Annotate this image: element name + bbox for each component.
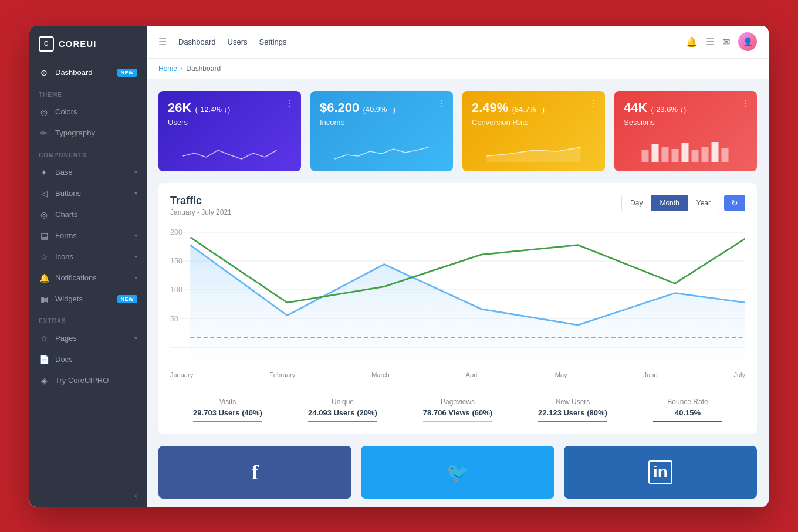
pages-icon: ☆: [39, 334, 49, 343]
user-avatar[interactable]: 👤: [738, 32, 757, 51]
sidebar-nav: ⊙ Dashboard NEW THEME ◎ Colors ✏ Typogra…: [29, 62, 147, 484]
svg-text:100: 100: [170, 286, 182, 294]
sidebar-item-buttons[interactable]: ◁ Buttons ▾: [29, 183, 147, 204]
forms-icon: ▤: [39, 231, 49, 240]
linkedin-icon: in: [648, 460, 672, 484]
twitter-icon: 🐦: [446, 461, 469, 483]
stat-newusers: New Users 22.123 Users (80%): [515, 398, 630, 422]
sidebar-item-notifications[interactable]: 🔔 Notifications ▾: [29, 267, 147, 289]
buttons-chevron: ▾: [134, 190, 137, 196]
sidebar-collapse-button[interactable]: ‹: [29, 484, 147, 507]
bouncerate-value: 40.15%: [630, 408, 745, 417]
card-menu-conversion[interactable]: ⋮: [589, 98, 598, 109]
sidebar-item-forms[interactable]: ▤ Forms ▾: [29, 225, 147, 246]
btn-month[interactable]: Month: [651, 195, 688, 211]
social-cards: f 🐦 in: [158, 446, 757, 499]
sidebar-item-base[interactable]: ✦ Base ▾: [29, 162, 147, 183]
visits-label: Visits: [170, 398, 285, 406]
card-menu-sessions[interactable]: ⋮: [740, 98, 750, 109]
dashboard-badge: NEW: [117, 69, 138, 77]
traffic-subtitle: January - July 2021: [170, 208, 232, 216]
hamburger-icon[interactable]: ☰: [158, 36, 167, 48]
bouncerate-bar: [653, 421, 722, 422]
sidebar-item-widgets[interactable]: ▦ Widgets NEW: [29, 289, 147, 310]
btn-year[interactable]: Year: [688, 195, 719, 211]
sidebar-label-pages: Pages: [55, 334, 77, 343]
x-label-mar: March: [371, 371, 390, 378]
list-icon[interactable]: ☰: [706, 36, 714, 48]
card-menu-users[interactable]: ⋮: [285, 98, 294, 109]
x-label-apr: April: [466, 371, 479, 378]
sidebar-label-dashboard: Dashboard: [55, 68, 93, 77]
sidebar-item-icons[interactable]: ☆ Icons ▾: [29, 246, 147, 267]
time-button-group: Day Month Year: [621, 195, 719, 211]
app-wrapper: C COREUI ⊙ Dashboard NEW THEME ◎ Colors …: [29, 26, 769, 507]
breadcrumb-current: Dashboard: [186, 65, 221, 73]
stat-value-sessions: 44K (-23.6% ↓): [624, 100, 748, 116]
stat-unique: Unique 24.093 Users (20%): [285, 398, 400, 422]
typography-icon: ✏: [39, 128, 49, 138]
breadcrumb: Home / Dashboard: [147, 59, 769, 79]
main-content: ☰ Dashboard Users Settings 🔔 ☰ ✉ 👤 Home …: [147, 26, 769, 507]
x-label-jan: January: [170, 371, 193, 378]
svg-text:50: 50: [170, 314, 178, 323]
widgets-badge: NEW: [117, 295, 138, 303]
content-area: ⋮ 26K (-12.4% ↓) Users ⋮: [147, 79, 769, 507]
twitter-card[interactable]: 🐦: [361, 446, 554, 499]
header-nav-dashboard[interactable]: Dashboard: [178, 35, 216, 49]
components-section-label: COMPONENTS: [29, 144, 147, 162]
stat-chart-income: [320, 138, 444, 162]
theme-section-label: THEME: [29, 83, 147, 101]
chart-area: 200 150 100 50: [170, 226, 745, 367]
newusers-label: New Users: [515, 398, 630, 406]
mail-icon[interactable]: ✉: [722, 36, 730, 48]
svg-rect-4: [672, 149, 679, 162]
stat-card-income: ⋮ $6.200 (40.9% ↑) Income: [310, 91, 453, 171]
stat-pageviews: Pageviews 78.706 Views (60%): [400, 398, 515, 422]
extras-section-label: EXTRAS: [29, 310, 147, 328]
sidebar-item-dashboard[interactable]: ⊙ Dashboard NEW: [29, 62, 147, 83]
svg-rect-5: [682, 143, 689, 162]
breadcrumb-separator: /: [181, 65, 182, 73]
sidebar-logo: C COREUI: [29, 26, 147, 62]
btn-day[interactable]: Day: [622, 195, 651, 211]
colors-icon: ◎: [39, 107, 49, 117]
sidebar-item-charts[interactable]: ◎ Charts: [29, 204, 147, 225]
breadcrumb-home[interactable]: Home: [158, 65, 177, 73]
linkedin-card[interactable]: in: [564, 446, 757, 499]
stat-chart-conversion: [472, 138, 596, 162]
sidebar-item-trycoreui[interactable]: ◈ Try CoreUIPRO: [29, 370, 147, 391]
sidebar-item-colors[interactable]: ◎ Colors: [29, 101, 147, 123]
card-menu-income[interactable]: ⋮: [437, 98, 446, 109]
svg-text:150: 150: [170, 257, 182, 265]
collapse-icon: ‹: [134, 490, 137, 501]
sidebar-label-buttons: Buttons: [55, 189, 81, 198]
logo-text: COREUI: [59, 39, 96, 49]
svg-text:200: 200: [170, 228, 182, 236]
base-chevron: ▾: [134, 169, 137, 175]
bell-icon[interactable]: 🔔: [686, 36, 698, 48]
header-nav-users[interactable]: Users: [228, 35, 248, 49]
stat-label-users: Users: [168, 118, 292, 127]
stat-bouncerate: Bounce Rate 40.15%: [630, 398, 745, 422]
unique-label: Unique: [285, 398, 400, 406]
svg-rect-2: [652, 144, 659, 162]
stat-label-conversion: Conversion Rate: [472, 118, 596, 127]
traffic-title: Traffic: [170, 195, 232, 207]
svg-rect-8: [712, 142, 719, 162]
facebook-icon: f: [252, 460, 259, 484]
traffic-chart-svg: 200 150 100 50: [170, 226, 745, 367]
newusers-value: 22.123 Users (80%): [515, 408, 630, 417]
sidebar-item-docs[interactable]: 📄 Docs: [29, 349, 147, 370]
refresh-button[interactable]: ↻: [724, 195, 745, 211]
header-nav-settings[interactable]: Settings: [259, 35, 287, 49]
sidebar-item-pages[interactable]: ☆ Pages ▾: [29, 328, 147, 349]
sidebar-item-typography[interactable]: ✏ Typography: [29, 123, 147, 144]
stat-card-sessions: ⋮ 44K (-23.6% ↓) Sessions: [614, 91, 757, 171]
stat-card-conversion: ⋮ 2.49% (84.7% ↑) Conversion Rate: [462, 91, 605, 171]
svg-rect-9: [722, 148, 729, 162]
facebook-card[interactable]: f: [158, 446, 351, 499]
header-nav: Dashboard Users Settings: [178, 35, 287, 49]
newusers-bar: [538, 421, 607, 422]
sidebar-label-notifications: Notifications: [55, 273, 97, 282]
